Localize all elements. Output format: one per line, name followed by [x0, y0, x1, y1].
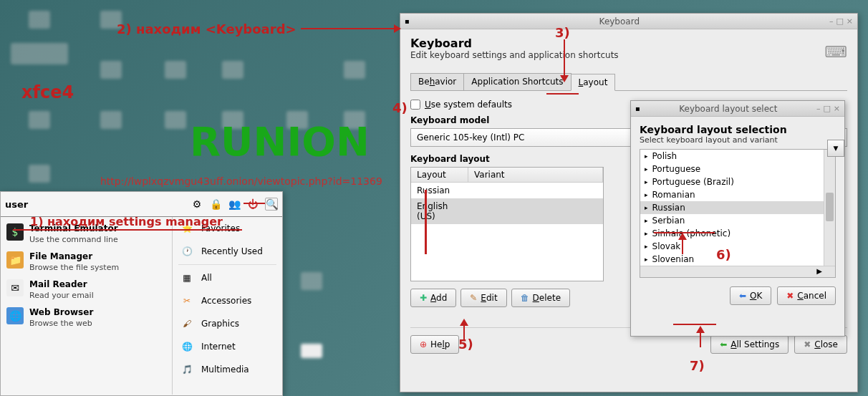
maximize-icon[interactable]: □ [823, 104, 830, 113]
lang-item-serbian[interactable]: ▸Serbian [640, 214, 835, 227]
keyboard-icon: ⌨ [824, 43, 847, 61]
close-button[interactable]: ✖Close [794, 335, 847, 354]
layout-row-english[interactable]: English (US) [411, 198, 603, 224]
help-button[interactable]: ⊕Help [410, 335, 459, 354]
scrollbar-vertical[interactable] [824, 150, 835, 266]
kbd-subheading: Edit keyboard settings and application s… [410, 50, 819, 60]
tab-behavior[interactable]: Behavior [410, 73, 464, 90]
minimize-icon[interactable]: – [829, 16, 834, 26]
mail-icon: ✉ [6, 279, 24, 296]
dlg-heading: Keyboard layout selection [640, 124, 836, 135]
scrollbar-thumb[interactable] [826, 193, 834, 221]
lang-item-russian[interactable]: ▸Russian [640, 201, 835, 214]
logout-icon[interactable]: ⏻ [246, 198, 259, 211]
app-file-manager[interactable]: 📁 File ManagerBrowse the file system [1, 248, 172, 276]
col-layout[interactable]: Layout [411, 168, 468, 182]
desktop-icon [222, 111, 243, 129]
brush-icon: 🖌 [180, 317, 194, 331]
desktop-icon [100, 11, 122, 29]
globe-icon: 🌐 [6, 307, 24, 324]
clock-icon: 🕐 [180, 244, 194, 259]
layout-table: Layout Variant Russian English (US) [410, 167, 604, 281]
maximize-icon[interactable]: □ [836, 16, 843, 26]
close-icon[interactable]: × [847, 16, 853, 26]
desktop-icon [344, 111, 365, 129]
expand-icon: ▸ [645, 153, 648, 160]
close-icon[interactable]: × [834, 104, 840, 113]
trash-icon: 🗑 [521, 293, 529, 303]
expand-icon: ▸ [645, 243, 648, 250]
lang-item-sinhala-phonetic-[interactable]: ▸Sinhala (phonetic) [640, 227, 835, 240]
watermark-url: http://lwplxqzvmgu43uff.onion/viewtopic.… [100, 175, 382, 187]
expand-icon: ▸ [645, 256, 648, 263]
dlg-subheading: Select keyboard layout and variant [640, 135, 836, 145]
desktop-icon [11, 43, 68, 64]
desktop-icon [222, 61, 243, 79]
minimize-icon[interactable]: – [816, 104, 821, 113]
add-button[interactable]: ✚Add [410, 289, 456, 307]
desktop-icon [301, 344, 322, 358]
desktop-icon [29, 111, 50, 129]
cat-favorites[interactable]: ⭐Favorites [173, 217, 282, 240]
cancel-icon: ✖ [786, 291, 794, 301]
close-x-icon: ✖ [804, 339, 811, 349]
terminal-icon: $ [6, 223, 24, 241]
folder-icon: 📁 [6, 251, 24, 269]
edit-button[interactable]: ✎Edit [460, 289, 506, 307]
language-list[interactable]: ▸Polish▸Portuguese▸Portuguese (Brazil)▸R… [640, 149, 836, 278]
cat-accessories[interactable]: ✂Accessories [173, 289, 282, 312]
layout-row-russian[interactable]: Russian [411, 183, 603, 198]
expand-icon: ▸ [645, 230, 648, 237]
menu-apps-pane: $ Terminal EmulatorUse the command line … [1, 217, 173, 395]
ok-icon: ⬅ [739, 291, 746, 301]
cat-recent[interactable]: 🕐Recently Used [173, 240, 282, 263]
desktop-icon [165, 111, 186, 129]
cat-multimedia[interactable]: 🎵Multimedia [173, 358, 282, 381]
col-variant[interactable]: Variant [468, 168, 603, 182]
globe-icon: 🌐 [180, 339, 194, 354]
dlg-titlebar[interactable]: ▪ Keyboard layout select – □ × [631, 101, 844, 117]
delete-button[interactable]: 🗑Delete [511, 289, 570, 307]
annotation-2: 2) находим <Keyboard> [117, 21, 296, 37]
desktop-icon [29, 165, 50, 183]
scrollbar-horizontal[interactable]: ▶ [640, 266, 835, 277]
all-settings-button[interactable]: ⬅All Settings [710, 335, 789, 354]
expand-icon: ▸ [645, 217, 648, 224]
model-dropdown-button[interactable]: ▼ [827, 140, 844, 157]
app-mail[interactable]: ✉ Mail ReaderRead your email [1, 276, 172, 304]
desktop-icon [100, 111, 122, 129]
window-menu-icon[interactable]: ▪ [405, 17, 410, 25]
lang-item-portuguese[interactable]: ▸Portuguese [640, 163, 835, 175]
back-icon: ⬅ [720, 339, 727, 349]
cat-graphics[interactable]: 🖌Graphics [173, 312, 282, 335]
expand-icon: ▸ [645, 178, 648, 185]
menu-categories-pane: ⭐Favorites 🕐Recently Used ▦All ✂Accessor… [173, 217, 282, 395]
window-menu-icon[interactable]: ▪ [635, 105, 640, 112]
tab-layout[interactable]: Layout [571, 74, 616, 91]
lang-item-slovak[interactable]: ▸Slovak [640, 240, 835, 253]
use-defaults-input[interactable] [410, 100, 420, 110]
app-browser[interactable]: 🌐 Web BrowserBrowse the web [1, 304, 172, 332]
plus-icon: ✚ [420, 293, 427, 303]
kbd-titlebar[interactable]: ▪ Keyboard – □ × [400, 14, 857, 29]
chevron-down-icon: ▼ [834, 145, 839, 152]
expand-icon: ▸ [645, 191, 648, 198]
scroll-right-icon[interactable]: ▶ [816, 267, 822, 275]
grid-icon: ▦ [180, 271, 194, 285]
ok-button[interactable]: ⬅OK [730, 286, 771, 305]
media-icon: 🎵 [180, 362, 194, 377]
cancel-button[interactable]: ✖Cancel [777, 286, 836, 305]
cat-internet[interactable]: 🌐Internet [173, 335, 282, 358]
app-terminal[interactable]: $ Terminal EmulatorUse the command line [1, 220, 172, 248]
lock-icon[interactable]: 🔒 [209, 198, 222, 211]
cat-all[interactable]: ▦All [173, 266, 282, 289]
lang-item-romanian[interactable]: ▸Romanian [640, 188, 835, 201]
settings-manager-icon[interactable]: ⚙ [191, 198, 203, 211]
lang-item-slovenian[interactable]: ▸Slovenian [640, 253, 835, 266]
tab-shortcuts[interactable]: Application Shortcuts [463, 73, 571, 90]
users-icon[interactable]: 👥 [228, 198, 241, 211]
lang-item-polish[interactable]: ▸Polish [640, 150, 835, 163]
xfce4-overlay-label: xfce4 [21, 82, 74, 102]
search-icon[interactable]: 🔍 [265, 198, 278, 211]
lang-item-portuguese-brazil-[interactable]: ▸Portuguese (Brazil) [640, 175, 835, 188]
